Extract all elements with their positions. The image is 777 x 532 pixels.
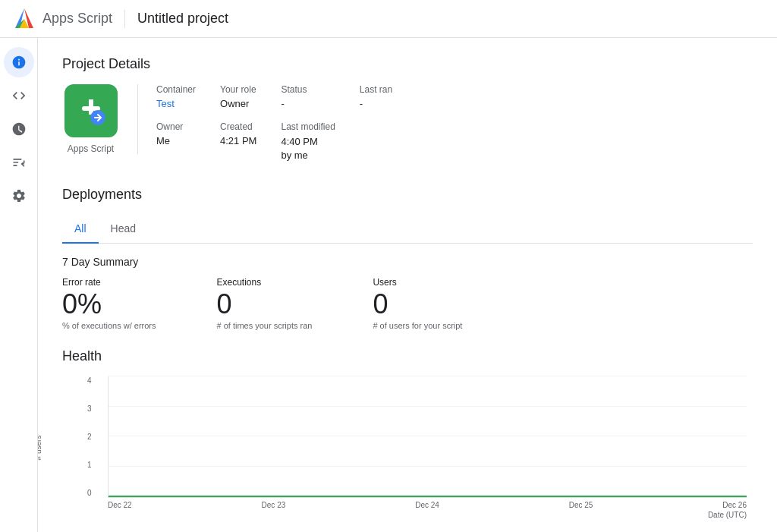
x-label-dec23: Dec 23 [262, 501, 286, 509]
status-label: Status [281, 84, 335, 95]
meta-status: Status - [281, 84, 335, 109]
y-labels: 0 1 2 3 4 [87, 376, 92, 497]
header-divider [124, 10, 125, 28]
project-details-section: Project Details [62, 56, 753, 162]
sidebar-item-triggers[interactable] [4, 114, 34, 144]
grid-line-1 [109, 466, 747, 467]
role-label: Your role [220, 84, 256, 95]
x-label-dec22: Dec 22 [108, 501, 132, 509]
owner-value: Me [156, 135, 196, 146]
chart-area: 0 1 2 3 4 [108, 376, 747, 498]
error-rate-value: 0% [62, 289, 156, 320]
executions-label: Executions [217, 277, 313, 288]
meta-last-ran: Last ran - [360, 84, 392, 109]
sidebar-item-executions[interactable] [4, 147, 34, 178]
executions-value: 0 [217, 289, 313, 320]
last-ran-value: - [360, 98, 392, 109]
sidebar-item-editor[interactable] [4, 80, 34, 111]
project-details-title: Project Details [62, 56, 753, 72]
x-labels: Dec 22 Dec 23 Dec 24 Dec 25 Dec 26 [108, 501, 747, 509]
deployments-section: Deployments All Head 7 Day Summary Error… [62, 187, 753, 330]
project-meta-grid: Container Test Your role Owner Status - … [156, 84, 392, 162]
app-body: Project Details [0, 38, 777, 532]
list-icon [11, 155, 27, 170]
created-label: Created [220, 121, 256, 132]
container-label: Container [156, 84, 196, 95]
summary-title: 7 Day Summary [62, 256, 753, 268]
x-label-dec25: Dec 25 [569, 501, 593, 509]
stats-row: Error rate 0% % of executions w/ errors … [62, 277, 753, 330]
project-icon-svg [72, 92, 110, 130]
grid-line-4 [109, 376, 747, 376]
container-value[interactable]: Test [156, 98, 196, 109]
y-label-2: 2 [87, 433, 92, 441]
grid-line-2 [109, 436, 747, 436]
users-label: Users [373, 277, 462, 288]
y-label-4: 4 [87, 376, 92, 385]
meta-last-modified: Last modified 4:40 PMby me [281, 121, 335, 162]
project-icon [64, 84, 118, 137]
error-rate-label: Error rate [62, 277, 156, 288]
app-name: Apps Script [42, 11, 112, 27]
sidebar [0, 38, 38, 532]
clock-icon [11, 121, 27, 137]
sidebar-item-info[interactable] [4, 47, 34, 77]
meta-created: Created 4:21 PM [220, 121, 256, 162]
deployments-title: Deployments [62, 187, 753, 203]
stat-users: Users 0 # of users for your script [373, 277, 462, 330]
users-description: # of users for your script [373, 321, 462, 330]
header: Apps Script Untitled project [0, 0, 777, 38]
y-label-0: 0 [87, 489, 92, 497]
x-label-dec24: Dec 24 [415, 501, 439, 509]
meta-container: Container Test [156, 84, 196, 109]
y-axis-label: # users [38, 436, 42, 461]
meta-role: Your role Owner [220, 84, 256, 109]
project-icon-label: Apps Script [68, 143, 114, 154]
deployment-tabs: All Head [62, 215, 753, 244]
grid-line-3 [109, 406, 747, 407]
x-label-dec26: Dec 26 [722, 501, 747, 509]
tab-head[interactable]: Head [99, 215, 148, 244]
tab-all[interactable]: All [62, 215, 99, 244]
x-axis-title: Date (UTC) [108, 511, 747, 519]
sidebar-item-settings[interactable] [4, 181, 34, 211]
owner-label: Owner [156, 121, 196, 132]
main-content: Project Details [38, 38, 777, 532]
stat-error-rate: Error rate 0% % of executions w/ errors [62, 277, 156, 330]
last-ran-label: Last ran [360, 84, 392, 95]
zero-line [109, 496, 747, 497]
gear-icon [11, 188, 27, 203]
created-value: 4:21 PM [220, 135, 256, 146]
role-value: Owner [220, 98, 256, 109]
code-icon [11, 88, 27, 103]
info-icon [11, 55, 27, 70]
health-title: Health [62, 348, 753, 364]
apps-script-logo [12, 7, 36, 31]
y-label-1: 1 [87, 461, 92, 469]
stat-executions: Executions 0 # of times your scripts ran [217, 277, 313, 330]
last-modified-value: 4:40 PMby me [281, 135, 335, 162]
y-label-3: 3 [87, 405, 92, 413]
last-modified-label: Last modified [281, 121, 335, 132]
meta-owner: Owner Me [156, 121, 196, 162]
health-section: Health # users 0 1 [62, 348, 753, 519]
executions-description: # of times your scripts ran [217, 321, 313, 330]
chart-wrapper: # users 0 1 2 [62, 376, 753, 519]
chart-area-container: 0 1 2 3 4 Dec 22 Dec 23 Dec 24 Dec 25 [108, 376, 747, 519]
users-value: 0 [373, 289, 462, 320]
status-value: - [281, 98, 335, 109]
error-rate-description: % of executions w/ errors [62, 321, 156, 330]
project-details: Apps Script Container Test Your role Own… [62, 84, 753, 162]
project-name: Untitled project [137, 11, 228, 27]
project-icon-wrapper: Apps Script [62, 84, 138, 154]
